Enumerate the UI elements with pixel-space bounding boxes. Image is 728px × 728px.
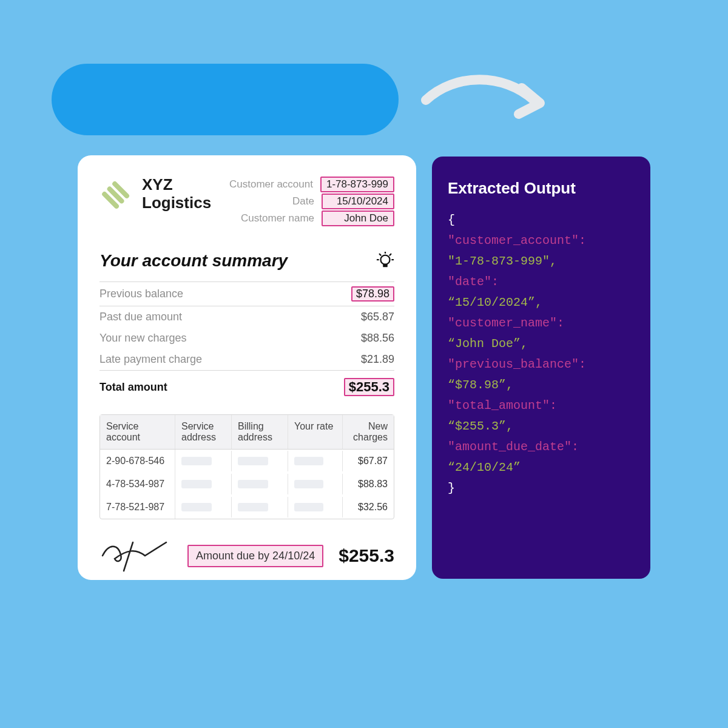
decorative-pill bbox=[52, 64, 399, 135]
total-value: $255.3 bbox=[344, 378, 394, 396]
skeleton bbox=[294, 457, 323, 465]
company-name-line2: Logistics bbox=[142, 194, 211, 212]
meta-account-label: Customer account bbox=[229, 178, 313, 190]
skeleton bbox=[181, 457, 212, 465]
cell-charge: $67.87 bbox=[343, 450, 394, 473]
arrow-icon bbox=[419, 67, 552, 124]
skeleton bbox=[181, 503, 212, 511]
meta-name-value: John Doe bbox=[322, 211, 394, 226]
cell-charge: $88.83 bbox=[343, 473, 394, 496]
amount-due-by: Amount due by 24/10/24 bbox=[187, 545, 323, 567]
summary-title: Your account summary bbox=[99, 251, 288, 271]
footer-total: $255.3 bbox=[339, 545, 394, 566]
late-charge-label: Late payment charge bbox=[99, 353, 202, 366]
company-brand: XYZ Logistics bbox=[99, 176, 211, 212]
json-output: { "customer_account": "1-78-873-999", "d… bbox=[448, 210, 635, 499]
th-new-charges: New charges bbox=[343, 415, 394, 449]
skeleton bbox=[238, 503, 268, 511]
late-charge-value: $21.89 bbox=[361, 353, 394, 366]
meta-account-value: 1-78-873-999 bbox=[320, 177, 394, 192]
cell-acct: 7-78-521-987 bbox=[100, 496, 175, 519]
meta-name-label: Customer name bbox=[241, 212, 314, 224]
cell-acct: 4-78-534-987 bbox=[100, 473, 175, 496]
svg-rect-9 bbox=[383, 265, 388, 268]
table-row: 7-78-521-987 $32.56 bbox=[100, 496, 394, 519]
prev-balance-value: $78.98 bbox=[351, 286, 394, 302]
skeleton bbox=[294, 480, 323, 488]
company-logo-icon bbox=[99, 177, 133, 211]
meta-date-label: Date bbox=[292, 195, 314, 207]
svg-line-7 bbox=[390, 254, 391, 255]
skeleton bbox=[238, 457, 268, 465]
table-row: 2-90-678-546 $67.87 bbox=[100, 450, 394, 473]
svg-point-3 bbox=[381, 255, 390, 265]
past-due-value: $65.87 bbox=[361, 311, 394, 323]
skeleton bbox=[181, 480, 212, 488]
total-label: Total amount bbox=[99, 381, 167, 394]
skeleton bbox=[238, 480, 268, 488]
skeleton bbox=[294, 503, 323, 511]
th-service-account: Service account bbox=[100, 415, 175, 449]
panel-title: Extracted Output bbox=[448, 175, 635, 201]
th-service-address: Service address bbox=[175, 415, 232, 449]
customer-meta: Customer account 1-78-873-999 Date 15/10… bbox=[229, 176, 394, 227]
lightbulb-icon bbox=[376, 252, 394, 270]
cell-acct: 2-90-678-546 bbox=[100, 450, 175, 473]
th-your-rate: Your rate bbox=[288, 415, 343, 449]
service-table: Service account Service address Billing … bbox=[99, 414, 394, 519]
th-billing-address: Billing address bbox=[232, 415, 288, 449]
meta-date-value: 15/10/2024 bbox=[322, 194, 394, 209]
svg-line-8 bbox=[380, 254, 381, 255]
new-charges-label: Your new charges bbox=[99, 332, 186, 345]
prev-balance-label: Previous balance bbox=[99, 288, 183, 300]
cell-charge: $32.56 bbox=[343, 496, 394, 519]
new-charges-value: $88.56 bbox=[361, 332, 394, 345]
signature-icon bbox=[99, 538, 172, 574]
past-due-label: Past due amount bbox=[99, 311, 182, 323]
table-row: 4-78-534-987 $88.83 bbox=[100, 473, 394, 496]
company-name-line1: XYZ bbox=[142, 176, 211, 194]
extracted-output-panel: Extracted Output { "customer_account": "… bbox=[432, 157, 650, 579]
invoice-document: XYZ Logistics Customer account 1-78-873-… bbox=[78, 155, 416, 580]
